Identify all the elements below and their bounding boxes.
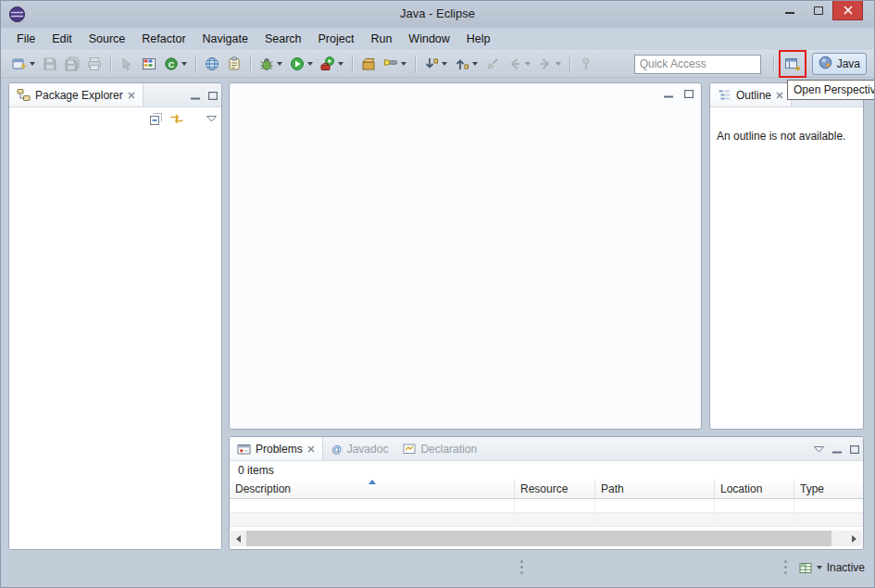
- tab-javadoc[interactable]: @ Javadoc: [323, 437, 396, 460]
- column-type[interactable]: Type: [794, 479, 863, 498]
- tab-problems[interactable]: Problems: [230, 437, 323, 460]
- chevron-down-icon[interactable]: [556, 62, 561, 66]
- chevron-down-icon[interactable]: [817, 566, 822, 569]
- empty-cell: [794, 499, 863, 512]
- forward-button[interactable]: [535, 53, 564, 75]
- chevron-down-icon[interactable]: [181, 62, 187, 66]
- column-path[interactable]: Path: [595, 479, 715, 498]
- menu-source[interactable]: Source: [81, 30, 134, 48]
- menu-window[interactable]: Window: [400, 30, 457, 48]
- open-type-button[interactable]: [358, 53, 379, 75]
- scroll-right-arrow[interactable]: [846, 531, 862, 546]
- external-tools-icon: [320, 56, 335, 71]
- javadoc-icon: @: [331, 443, 343, 455]
- new-java-class-button[interactable]: C: [161, 53, 190, 75]
- new-wizard-button[interactable]: [9, 53, 38, 75]
- open-perspective-icon: [784, 56, 801, 72]
- scrollbar-track[interactable]: [246, 531, 846, 546]
- open-perspective-button[interactable]: [781, 53, 804, 75]
- save-all-icon: [65, 56, 80, 71]
- package-explorer-panel: Package Explorer: [8, 82, 222, 550]
- empty-cell: [715, 499, 794, 512]
- previous-annotation-button[interactable]: [452, 53, 481, 75]
- chevron-down-icon[interactable]: [30, 62, 35, 66]
- run-external-tools-button[interactable]: [318, 53, 346, 75]
- empty-cell: [230, 499, 515, 512]
- package-explorer-body[interactable]: [9, 130, 221, 550]
- maximize-icon[interactable]: [850, 445, 859, 454]
- statusbar-grip[interactable]: [784, 560, 787, 574]
- outline-empty-message: An outline is not available.: [710, 107, 863, 143]
- minimize-button[interactable]: [775, 1, 804, 20]
- mark-occurrences-button[interactable]: [117, 53, 137, 75]
- maximize-icon[interactable]: [684, 90, 694, 98]
- chevron-down-icon[interactable]: [525, 62, 531, 66]
- quick-access-box: [634, 55, 761, 74]
- column-description[interactable]: Description: [230, 479, 515, 498]
- window-controls: [775, 1, 863, 20]
- menu-help[interactable]: Help: [458, 30, 499, 48]
- minimize-icon[interactable]: [191, 92, 200, 100]
- run-button[interactable]: [287, 53, 316, 75]
- last-edit-location-button[interactable]: [482, 53, 503, 75]
- save-button[interactable]: [40, 53, 60, 75]
- close-icon[interactable]: [307, 445, 315, 453]
- column-resource[interactable]: Resource: [515, 479, 595, 498]
- new-java-project-icon: [142, 56, 156, 71]
- menu-edit[interactable]: Edit: [44, 30, 81, 48]
- quick-access-input[interactable]: [634, 55, 761, 74]
- statusbar-grip[interactable]: [520, 560, 523, 574]
- save-all-button[interactable]: [62, 53, 82, 75]
- menu-file[interactable]: File: [8, 30, 44, 48]
- view-menu-icon[interactable]: [206, 116, 217, 122]
- tab-declaration[interactable]: Declaration: [395, 437, 484, 460]
- pin-editor-button[interactable]: [576, 53, 596, 75]
- close-icon[interactable]: [776, 92, 783, 99]
- close-button[interactable]: [832, 1, 863, 20]
- chevron-down-icon[interactable]: [307, 62, 313, 66]
- menu-search[interactable]: Search: [256, 30, 310, 48]
- column-location[interactable]: Location: [715, 479, 794, 498]
- tab-problems-label: Problems: [256, 443, 303, 456]
- menu-run[interactable]: Run: [362, 30, 400, 48]
- link-with-editor-icon[interactable]: [169, 112, 184, 126]
- next-annotation-button[interactable]: [421, 53, 450, 75]
- tab-package-explorer[interactable]: Package Explorer: [9, 83, 144, 106]
- open-type-icon: [361, 56, 376, 71]
- menu-refactor[interactable]: Refactor: [133, 30, 194, 48]
- collapse-all-icon[interactable]: [149, 112, 163, 126]
- print-button[interactable]: [84, 53, 105, 75]
- back-button[interactable]: [505, 53, 533, 75]
- titlebar[interactable]: Java - Eclipse: [1, 1, 874, 28]
- package-explorer-toolbar: [9, 107, 221, 130]
- java-perspective-button[interactable]: Java: [812, 53, 867, 75]
- menu-navigate[interactable]: Navigate: [194, 30, 256, 48]
- chevron-down-icon[interactable]: [442, 62, 447, 66]
- scroll-left-arrow[interactable]: [231, 531, 246, 546]
- status-task-indicator[interactable]: Inactive: [799, 561, 865, 574]
- chevron-down-icon[interactable]: [472, 62, 478, 66]
- close-icon[interactable]: [128, 92, 135, 99]
- problems-table: Description Resource Path Location Type: [230, 479, 863, 527]
- scrollbar-thumb[interactable]: [246, 531, 831, 546]
- tab-outline[interactable]: Outline: [710, 83, 792, 106]
- horizontal-scrollbar[interactable]: [231, 531, 862, 546]
- open-web-browser-button[interactable]: [202, 53, 222, 75]
- maximize-icon[interactable]: [208, 92, 218, 100]
- empty-cell: [595, 499, 715, 512]
- open-task-button[interactable]: [224, 53, 244, 75]
- new-java-project-button[interactable]: [139, 53, 159, 75]
- tab-package-explorer-label: Package Explorer: [35, 89, 123, 102]
- view-menu-icon[interactable]: [814, 446, 824, 453]
- chevron-down-icon[interactable]: [277, 62, 282, 66]
- empty-cell: [515, 513, 595, 526]
- minimize-icon[interactable]: [664, 90, 673, 98]
- chevron-down-icon[interactable]: [338, 62, 344, 66]
- maximize-button[interactable]: [804, 1, 832, 20]
- editor-area[interactable]: [229, 82, 702, 430]
- chevron-down-icon[interactable]: [401, 62, 406, 66]
- debug-button[interactable]: [256, 53, 285, 75]
- menu-project[interactable]: Project: [310, 30, 363, 48]
- search-button[interactable]: [381, 53, 409, 75]
- minimize-icon[interactable]: [832, 445, 842, 454]
